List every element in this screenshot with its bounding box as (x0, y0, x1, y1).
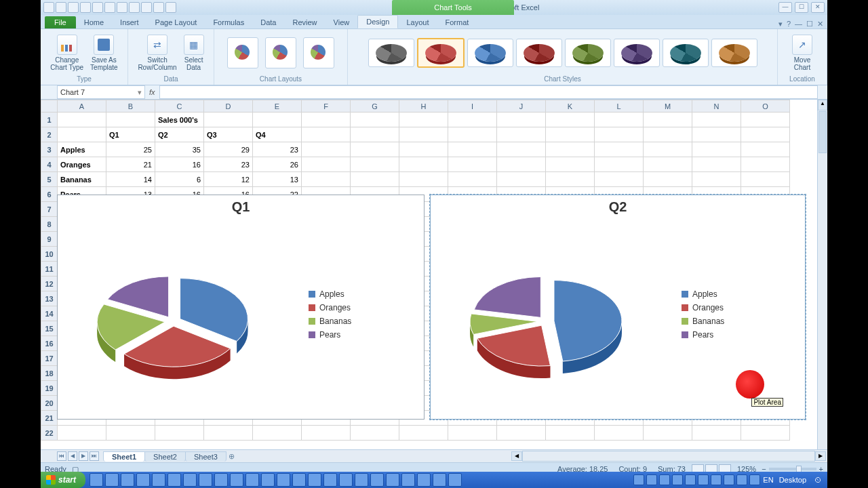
cell[interactable] (497, 157, 546, 172)
tab-insert[interactable]: Insert (112, 16, 147, 28)
cell[interactable]: Q3 (204, 127, 253, 142)
cell[interactable] (58, 127, 106, 142)
taskbar-item[interactable] (401, 473, 415, 487)
taskbar-item[interactable] (370, 473, 384, 487)
chart-style-option[interactable] (516, 39, 562, 67)
column-header[interactable]: A (58, 100, 106, 113)
cell[interactable] (399, 142, 448, 157)
cell[interactable] (302, 426, 351, 441)
taskbar-item[interactable] (121, 473, 134, 487)
cell[interactable] (644, 142, 692, 157)
cell[interactable] (302, 142, 351, 157)
cell[interactable]: 21 (106, 157, 155, 172)
cell[interactable]: Q4 (253, 127, 302, 142)
taskbar-item[interactable] (292, 473, 306, 487)
cell[interactable]: 23 (204, 157, 253, 172)
cell[interactable] (351, 172, 399, 187)
row-header[interactable]: 9 (41, 232, 58, 247)
cell[interactable] (399, 172, 448, 187)
sheet-tab[interactable]: Sheet1 (103, 451, 145, 462)
cell[interactable] (351, 127, 399, 142)
cell[interactable] (741, 142, 790, 157)
cell[interactable]: 35 (155, 142, 204, 157)
column-header[interactable]: K (546, 100, 595, 113)
taskbar-desktop[interactable]: Desktop (779, 476, 806, 484)
column-header[interactable]: J (497, 100, 546, 113)
systray-icon[interactable] (724, 474, 734, 485)
chart-style-option[interactable] (417, 38, 465, 68)
cell[interactable]: 29 (204, 142, 253, 157)
row-header[interactable]: 8 (41, 217, 58, 232)
cell[interactable] (302, 113, 351, 127)
cell[interactable] (546, 113, 595, 127)
cell[interactable]: Q2 (155, 127, 204, 142)
new-sheet-icon[interactable]: ⊕ (229, 452, 235, 461)
row-header[interactable]: 21 (41, 411, 58, 426)
move-chart-button[interactable]: Move Chart (792, 35, 812, 71)
row-header[interactable]: 5 (41, 172, 58, 187)
cell[interactable] (351, 426, 399, 441)
cell[interactable]: 16 (155, 157, 204, 172)
taskbar-item[interactable] (308, 473, 321, 487)
cell[interactable] (106, 426, 155, 441)
change-chart-type-button[interactable]: Change Chart Type (50, 35, 83, 71)
cell[interactable] (497, 172, 546, 187)
row-header[interactable]: 11 (41, 262, 58, 277)
cell[interactable]: Sales 000's (155, 113, 204, 127)
taskbar-item[interactable] (339, 473, 353, 487)
chart-style-option[interactable] (614, 39, 660, 67)
taskbar-item[interactable] (245, 473, 259, 487)
cell[interactable] (302, 172, 351, 187)
chart-layout-option[interactable] (265, 37, 296, 68)
sheet-tab[interactable]: Sheet2 (144, 451, 186, 462)
qat-icon[interactable] (92, 2, 103, 13)
column-header[interactable]: B (106, 100, 155, 113)
cell[interactable] (692, 157, 741, 172)
cell[interactable] (741, 426, 790, 441)
chart-style-option[interactable] (467, 39, 513, 67)
formula-bar[interactable] (159, 85, 818, 99)
taskbar-item[interactable] (323, 473, 337, 487)
row-header[interactable]: 14 (41, 306, 58, 321)
cell[interactable] (546, 172, 595, 187)
sheet-tab[interactable]: Sheet3 (185, 451, 226, 462)
worksheet-grid[interactable]: ABCDEFGHIJKLMNO1Sales 000's2Q1Q2Q3Q43App… (41, 100, 827, 449)
taskbar-item[interactable] (199, 473, 212, 487)
qat-icon[interactable] (141, 2, 152, 13)
taskbar-item[interactable] (230, 473, 243, 487)
row-header[interactable]: 4 (41, 157, 58, 172)
row-header[interactable]: 2 (41, 127, 58, 142)
cell[interactable]: 23 (253, 142, 302, 157)
cell[interactable]: 12 (204, 172, 253, 187)
cell[interactable] (595, 113, 644, 127)
row-header[interactable]: 16 (41, 336, 58, 351)
cell[interactable] (253, 113, 302, 127)
cell[interactable] (58, 426, 106, 441)
help-icon[interactable]: ? (787, 20, 791, 28)
taskbar-item[interactable] (105, 473, 119, 487)
cell[interactable] (741, 157, 790, 172)
pie-chart[interactable] (58, 220, 302, 409)
qat-icon[interactable] (153, 2, 164, 13)
cell[interactable] (106, 113, 155, 127)
cell[interactable]: Q1 (106, 127, 155, 142)
column-header[interactable]: C (155, 100, 204, 113)
cell[interactable]: Bananas (58, 172, 106, 187)
select-data-button[interactable]: Select Data (184, 35, 204, 71)
cell[interactable] (448, 142, 497, 157)
cell[interactable] (644, 157, 692, 172)
cell[interactable] (155, 426, 204, 441)
taskbar-lang[interactable]: EN (763, 476, 773, 484)
fx-icon[interactable]: fx (149, 88, 155, 96)
cell[interactable] (595, 426, 644, 441)
cell[interactable] (595, 127, 644, 142)
doc-max-icon[interactable]: ☐ (806, 20, 813, 28)
taskbar-item[interactable] (433, 473, 446, 487)
column-header[interactable]: M (644, 100, 692, 113)
cell[interactable]: Apples (58, 142, 106, 157)
qat-icon[interactable] (117, 2, 127, 13)
excel-icon[interactable] (43, 2, 54, 13)
tab-format[interactable]: Format (437, 16, 477, 28)
cell[interactable]: 25 (106, 142, 155, 157)
tab-formulas[interactable]: Formulas (205, 16, 252, 28)
